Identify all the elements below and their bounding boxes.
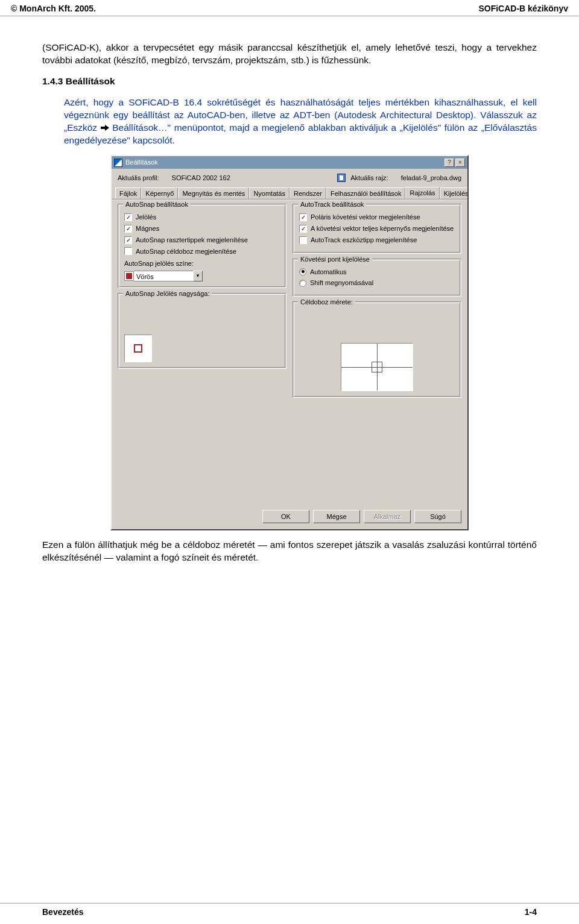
slider-track[interactable] bbox=[124, 316, 280, 326]
tab-megnyitas[interactable]: Megnyitás és mentés bbox=[178, 187, 249, 200]
group-jeloles-title: AutoSnap Jelölés nagysága: bbox=[123, 289, 212, 298]
group-autosnap-title: AutoSnap beállítások bbox=[123, 200, 191, 209]
chk-jeloles[interactable]: ✓Jelölés bbox=[124, 213, 280, 222]
radio-icon[interactable] bbox=[299, 280, 306, 287]
tab-kijeloles[interactable]: Kijelölés bbox=[440, 187, 467, 200]
marker-preview bbox=[124, 335, 152, 362]
chk-eszkoztipp[interactable]: AutoTrack eszköztipp megjelenítése bbox=[299, 236, 455, 245]
drawing-icon bbox=[337, 174, 346, 182]
dialog-title: Beállítások bbox=[125, 158, 158, 167]
page-footer: Bevezetés 1-4 bbox=[0, 903, 579, 917]
groupbox-autotrack: AutoTrack beállítások ✓Poláris követési … bbox=[293, 204, 461, 254]
tab-kepernyo[interactable]: Képernyő bbox=[141, 187, 178, 200]
radio-shift[interactable]: Shift megnyomásával bbox=[299, 278, 455, 288]
cancel-button[interactable]: Mégse bbox=[313, 510, 360, 523]
crosshair-preview bbox=[341, 343, 413, 391]
groupbox-celdoboz: Céldoboz mérete: bbox=[293, 301, 461, 398]
checkbox-icon[interactable]: ✓ bbox=[299, 213, 307, 221]
dialog-body: AutoSnap beállítások ✓Jelölés ✓Mágnes ✓A… bbox=[112, 200, 467, 505]
color-label: AutoSnap jelölés színe: bbox=[124, 259, 280, 268]
tab-nyomtatas[interactable]: Nyomtatás bbox=[249, 187, 290, 200]
color-combo[interactable]: Vörös ▼ bbox=[124, 271, 203, 281]
footer-left: Bevezetés bbox=[42, 907, 84, 917]
rajz-label: Aktuális rajz: bbox=[350, 174, 388, 181]
ok-button[interactable]: OK bbox=[262, 510, 309, 523]
color-swatch-icon bbox=[124, 271, 134, 281]
tab-rendszer[interactable]: Rendszer bbox=[290, 187, 326, 200]
radio-icon[interactable] bbox=[299, 268, 306, 275]
footer-right: 1-4 bbox=[525, 907, 537, 917]
crosshair-box-icon bbox=[372, 362, 382, 372]
help-button[interactable]: Súgó bbox=[414, 510, 461, 523]
chk-rasztertipp[interactable]: ✓AutoSnap rasztertippek megjelenítése bbox=[124, 236, 280, 245]
slider-track[interactable] bbox=[299, 325, 455, 335]
dialog-titlebar: Beállítások ? × bbox=[112, 156, 467, 169]
tabs: Fájlok Képernyő Megnyitás és mentés Nyom… bbox=[112, 186, 467, 200]
section-heading: 1.4.3 Beállítások bbox=[42, 75, 537, 88]
checkbox-icon[interactable]: ✓ bbox=[124, 213, 132, 221]
group-celdoboz-title: Céldoboz mérete: bbox=[298, 298, 355, 307]
header-left: © MonArch Kft. 2005. bbox=[11, 4, 96, 13]
chk-kovetesi-vektor[interactable]: ✓A követési vektor teljes képernyős megj… bbox=[299, 224, 455, 233]
paragraph-2: Azért, hogy a SOFiCAD-B 16.4 sokrétűségé… bbox=[64, 96, 537, 147]
checkbox-icon[interactable]: ✓ bbox=[124, 236, 132, 244]
app-icon bbox=[114, 159, 122, 167]
group-kovetesi-title: Követési pont kijelölése bbox=[298, 255, 372, 264]
checkbox-icon[interactable]: ✓ bbox=[299, 225, 307, 233]
checkbox-icon[interactable] bbox=[124, 247, 132, 255]
radio-automatikus[interactable]: Automatikus bbox=[299, 268, 455, 277]
document-content: (SOFiCAD-K), akkor a tervpecsétet egy má… bbox=[0, 16, 579, 564]
paragraph-2b: Beállítások…" menüpontot, majd a megjele… bbox=[64, 122, 537, 145]
arrow-right-icon bbox=[101, 122, 109, 130]
close-icon[interactable]: × bbox=[455, 159, 465, 167]
chk-celdoboz[interactable]: AutoSnap céldoboz megjelenítése bbox=[124, 247, 280, 256]
profile-value: SOFiCAD 2002 162 bbox=[172, 174, 230, 181]
left-column: AutoSnap beállítások ✓Jelölés ✓Mágnes ✓A… bbox=[118, 204, 286, 499]
profile-label: Aktuális profil: bbox=[118, 174, 159, 181]
checkbox-icon[interactable]: ✓ bbox=[124, 225, 132, 233]
tab-felhasznalo[interactable]: Felhasználói beállítások bbox=[326, 187, 405, 200]
rajz-value: feladat-9_proba.dwg bbox=[401, 174, 461, 181]
paragraph-3: Ezen a fülön állíthatjuk még be a céldob… bbox=[42, 539, 537, 564]
tab-rajzolas[interactable]: Rajzolás bbox=[405, 187, 439, 200]
profile-row: Aktuális profil: SOFiCAD 2002 162 Aktuál… bbox=[112, 169, 467, 186]
checkbox-icon[interactable] bbox=[299, 236, 307, 244]
tab-fajlok[interactable]: Fájlok bbox=[115, 187, 141, 200]
groupbox-autosnap: AutoSnap beállítások ✓Jelölés ✓Mágnes ✓A… bbox=[118, 204, 286, 288]
header-right: SOFiCAD-B kézikönyv bbox=[478, 4, 568, 13]
groupbox-kovetesi: Követési pont kijelölése Automatikus Shi… bbox=[293, 259, 461, 297]
help-button-icon[interactable]: ? bbox=[445, 159, 454, 167]
chevron-down-icon[interactable]: ▼ bbox=[193, 271, 203, 281]
page-header: © MonArch Kft. 2005. SOFiCAD-B kézikönyv bbox=[0, 0, 579, 16]
color-value: Vörös bbox=[134, 271, 193, 281]
group-autotrack-title: AutoTrack beállítások bbox=[298, 200, 366, 209]
settings-dialog: Beállítások ? × Aktuális profil: SOFiCAD… bbox=[110, 155, 469, 530]
right-column: AutoTrack beállítások ✓Poláris követési … bbox=[293, 204, 461, 499]
chk-polaris[interactable]: ✓Poláris követési vektor megjelenítése bbox=[299, 213, 455, 222]
paragraph-1: (SOFiCAD-K), akkor a tervpecsétet egy má… bbox=[42, 42, 537, 67]
marker-square-icon bbox=[134, 344, 142, 353]
apply-button[interactable]: Alkalmaz bbox=[364, 510, 411, 523]
chk-magnes[interactable]: ✓Mágnes bbox=[124, 224, 280, 233]
groupbox-jeloles-nagysaga: AutoSnap Jelölés nagysága: bbox=[118, 293, 286, 369]
dialog-buttons: OK Mégse Alkalmaz Súgó bbox=[112, 505, 467, 529]
